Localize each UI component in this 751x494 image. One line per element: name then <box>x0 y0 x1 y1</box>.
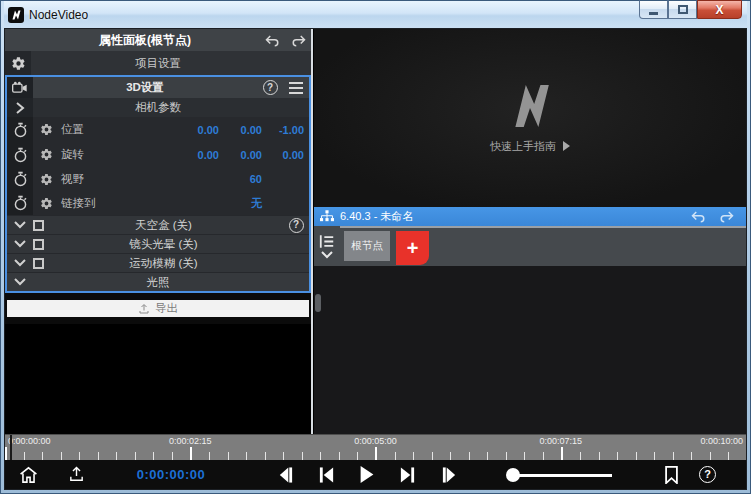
position-z-value[interactable]: -1.00 <box>262 124 309 136</box>
nodevideo-logo-icon <box>503 83 557 129</box>
lens-flare-checkbox[interactable] <box>33 239 44 250</box>
link-to-value[interactable]: 无 <box>219 196 262 211</box>
layers-list-icon <box>319 234 335 249</box>
stopwatch-icon[interactable] <box>7 191 33 215</box>
position-x-value[interactable]: 0.00 <box>176 124 219 136</box>
export-button[interactable]: 导出 <box>7 300 309 317</box>
timeline-zoom-slider[interactable] <box>506 467 612 483</box>
skybox-row[interactable]: 天空盒 (关) ? <box>7 215 309 234</box>
bookmark-button[interactable] <box>664 466 679 484</box>
root-node-tab[interactable]: 根节点 <box>344 231 390 261</box>
help-icon: ? <box>263 80 278 95</box>
chevron-right-icon <box>7 98 33 117</box>
transport-toolbar: 0:00:00:00 <box>5 460 746 489</box>
step-backward-icon <box>277 467 294 483</box>
timeline-ruler[interactable]: 0:00:00:00 0:00:02:15 0:00:05:00 0:00:07… <box>5 434 746 460</box>
chevron-down-icon[interactable] <box>7 259 33 267</box>
slider-handle[interactable] <box>506 468 520 482</box>
lighting-label: 光照 <box>33 275 283 290</box>
chevron-down-icon[interactable] <box>7 240 33 248</box>
link-to-row: 链接到 无 <box>7 191 309 215</box>
3d-settings-header[interactable]: 3D设置 ? <box>7 77 309 98</box>
motion-blur-row[interactable]: 运动模糊 (关) <box>7 253 309 272</box>
3d-settings-section: 3D设置 ? 相机参数 <box>5 75 311 293</box>
timeline-tracks-area[interactable] <box>314 266 746 434</box>
3d-settings-menu-button[interactable] <box>283 82 309 94</box>
ruler-major-ticks <box>5 447 746 460</box>
guide-label: 快速上手指南 <box>490 139 556 154</box>
minimize-button[interactable] <box>639 0 668 19</box>
camera-params-row[interactable]: 相机参数 <box>7 98 309 117</box>
node-tab-strip: 根节点 + <box>314 226 746 266</box>
next-frame-button[interactable] <box>441 467 458 483</box>
3d-settings-help-button[interactable]: ? <box>257 80 283 95</box>
gear-icon[interactable] <box>33 123 59 136</box>
rotation-y-value[interactable]: 0.00 <box>219 149 262 161</box>
maximize-button[interactable] <box>668 0 697 19</box>
help-button[interactable]: ? <box>699 466 716 483</box>
properties-panel: 属性面板(根节点) 项目设置 <box>5 29 313 434</box>
export-share-button[interactable] <box>68 466 85 483</box>
fov-label: 视野 <box>59 172 176 187</box>
tabs-area: 根节点 + <box>340 226 746 266</box>
close-button[interactable]: X <box>697 0 742 19</box>
ruler-timestamp: 0:00:10:00 <box>700 436 743 446</box>
timeline-redo-button[interactable] <box>712 210 740 223</box>
slider-track <box>512 474 612 477</box>
chevron-down-icon[interactable] <box>7 221 33 229</box>
stopwatch-icon[interactable] <box>7 142 33 167</box>
title-bar: NodeVideo X <box>4 1 747 28</box>
quick-start-guide-link[interactable]: 快速上手指南 <box>490 139 570 154</box>
project-settings-label: 项目设置 <box>31 56 285 71</box>
app-logo-icon <box>8 7 24 23</box>
node-tree-icon <box>320 210 334 223</box>
motion-blur-checkbox[interactable] <box>33 258 44 269</box>
home-button[interactable] <box>19 466 38 484</box>
link-to-label: 链接到 <box>59 196 176 211</box>
export-row: 导出 <box>5 293 311 324</box>
lighting-row[interactable]: 光照 <box>7 272 309 291</box>
properties-panel-header: 属性面板(根节点) <box>5 29 311 51</box>
hamburger-menu-icon <box>289 82 303 94</box>
lens-flare-label: 镜头光晕 (关) <box>44 237 283 252</box>
upload-icon <box>68 466 85 483</box>
stopwatch-icon[interactable] <box>7 167 33 191</box>
camera-icon <box>7 77 33 98</box>
jump-to-end-button[interactable] <box>399 467 416 483</box>
gear-icon[interactable] <box>33 197 59 210</box>
rotation-z-value[interactable]: 0.00 <box>262 149 309 161</box>
undo-button[interactable] <box>259 34 285 47</box>
skybox-help-button[interactable]: ? <box>283 218 309 233</box>
chevron-down-icon[interactable] <box>7 278 33 286</box>
add-node-button[interactable]: + <box>396 231 429 265</box>
rotation-x-value[interactable]: 0.00 <box>176 149 219 161</box>
camera-params-label: 相机参数 <box>33 100 283 115</box>
playhead[interactable] <box>10 435 12 460</box>
stopwatch-icon[interactable] <box>7 117 33 142</box>
rotation-label: 旋转 <box>59 147 176 162</box>
skybox-checkbox[interactable] <box>33 220 44 231</box>
main-content: 属性面板(根节点) 项目设置 <box>4 28 747 490</box>
ruler-timestamp: 0:00:00:00 <box>8 436 51 446</box>
gear-icon[interactable] <box>33 173 59 186</box>
jump-to-start-button[interactable] <box>318 467 335 483</box>
current-time-display[interactable]: 0:00:00:00 <box>127 467 215 482</box>
scrollbar-thumb[interactable] <box>315 294 321 312</box>
skip-to-end-icon <box>399 467 416 483</box>
gear-icon[interactable] <box>33 148 59 161</box>
layer-list-button[interactable] <box>314 226 340 266</box>
node-editor-header: 6.40.3 - 未命名 <box>314 207 746 226</box>
lens-flare-row[interactable]: 镜头光晕 (关) <box>7 234 309 253</box>
window-title: NodeVideo <box>29 8 88 22</box>
timeline-undo-button[interactable] <box>684 210 712 223</box>
prev-frame-button[interactable] <box>277 467 294 483</box>
play-button[interactable] <box>359 466 375 483</box>
fov-value[interactable]: 60 <box>219 173 262 185</box>
chevron-down-icon <box>321 251 333 259</box>
motion-blur-label: 运动模糊 (关) <box>44 256 283 271</box>
position-y-value[interactable]: 0.00 <box>219 124 262 136</box>
project-settings-row[interactable]: 项目设置 <box>5 51 311 75</box>
step-forward-icon <box>441 467 458 483</box>
help-icon: ? <box>289 218 304 233</box>
redo-button[interactable] <box>285 34 311 47</box>
